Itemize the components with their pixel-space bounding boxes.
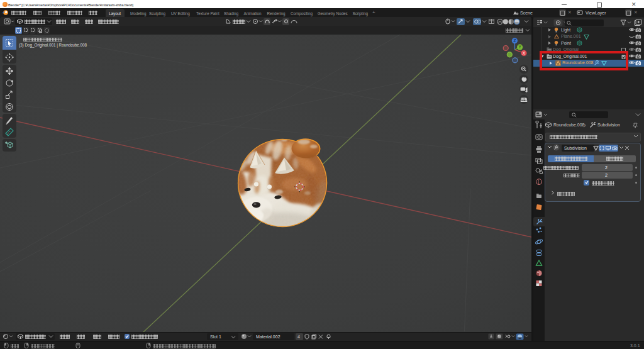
svg-text:Y: Y (518, 45, 521, 49)
svg-text:X: X (523, 51, 526, 55)
svg-text:Z: Z (513, 38, 516, 43)
